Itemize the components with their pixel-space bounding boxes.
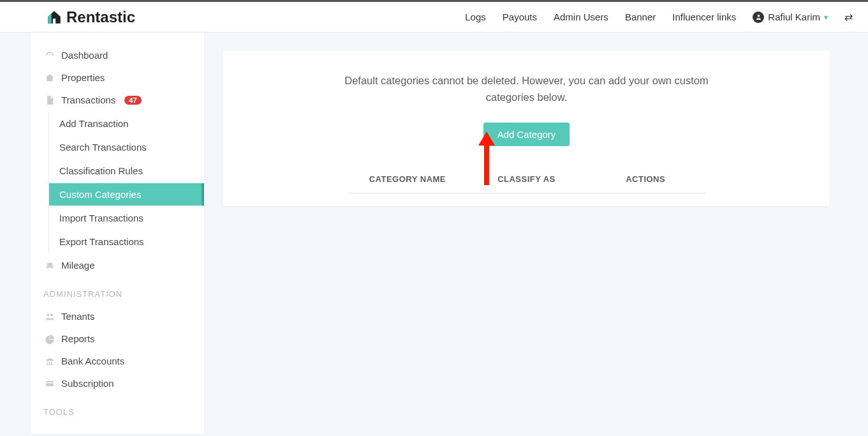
sidebar-item-properties[interactable]: Properties bbox=[31, 66, 204, 89]
top-bar: Rentastic Logs Payouts Admin Users Banne… bbox=[0, 2, 868, 33]
home-icon bbox=[45, 73, 55, 83]
sidebar-label: Tenants bbox=[61, 311, 95, 322]
sub-export-transactions[interactable]: Export Transactions bbox=[49, 230, 204, 253]
transactions-badge: 47 bbox=[124, 96, 141, 105]
file-icon bbox=[45, 95, 55, 105]
col-category-name: CATEGORY NAME bbox=[348, 174, 467, 184]
nav-payouts[interactable]: Payouts bbox=[503, 11, 537, 22]
col-classify-as: CLASSIFY AS bbox=[467, 174, 586, 184]
car-icon bbox=[45, 260, 55, 271]
brand-logo[interactable]: Rentastic bbox=[46, 8, 135, 26]
user-name: Rafiul Karim bbox=[768, 11, 820, 22]
bank-icon bbox=[45, 356, 55, 366]
brand-text: Rentastic bbox=[66, 8, 135, 26]
svg-point-2 bbox=[50, 313, 53, 316]
nav-admin-users[interactable]: Admin Users bbox=[554, 11, 608, 22]
users-icon bbox=[45, 312, 55, 322]
sidebar-item-subscription[interactable]: Subscription bbox=[31, 372, 204, 395]
sub-import-transactions[interactable]: Import Transactions bbox=[49, 207, 204, 229]
sidebar-item-dashboard[interactable]: Dashboard bbox=[31, 44, 204, 66]
sidebar-label: Reports bbox=[61, 333, 95, 344]
sidebar-item-bank-accounts[interactable]: Bank Accounts bbox=[31, 350, 204, 372]
svg-point-1 bbox=[47, 313, 49, 316]
pie-chart-icon bbox=[45, 334, 55, 344]
section-tools: TOOLS bbox=[31, 395, 204, 423]
sidebar-label: Transactions bbox=[61, 94, 115, 105]
sub-classification-rules[interactable]: Classification Rules bbox=[49, 160, 204, 182]
nav-logs[interactable]: Logs bbox=[465, 11, 486, 22]
sidebar-label: Properties bbox=[61, 72, 105, 83]
nav-influencer-links[interactable]: Influencer links bbox=[672, 11, 736, 22]
main-content: Default categories cannot be deleted. Ho… bbox=[204, 33, 868, 434]
user-menu[interactable]: Rafiul Karim ▾ bbox=[753, 11, 828, 23]
svg-rect-4 bbox=[46, 382, 54, 383]
card-icon bbox=[45, 379, 55, 389]
svg-point-0 bbox=[757, 15, 760, 17]
sidebar-item-mileage[interactable]: Mileage bbox=[31, 254, 204, 276]
categories-table-header: CATEGORY NAME CLASSIFY AS ACTIONS bbox=[348, 165, 705, 193]
add-category-button[interactable]: Add Category bbox=[483, 123, 570, 146]
sidebar-item-tenants[interactable]: Tenants bbox=[31, 305, 204, 327]
sidebar-item-reports[interactable]: Reports bbox=[31, 327, 204, 350]
house-icon bbox=[46, 9, 63, 26]
sub-search-transactions[interactable]: Search Transactions bbox=[49, 136, 204, 158]
sidebar-item-transactions[interactable]: Transactions 47 bbox=[31, 89, 204, 111]
sub-custom-categories[interactable]: Custom Categories bbox=[49, 183, 204, 206]
gauge-icon bbox=[45, 50, 55, 61]
chevron-down-icon: ▾ bbox=[824, 13, 828, 22]
nav-banner[interactable]: Banner bbox=[625, 11, 656, 22]
sidebar-label: Subscription bbox=[61, 378, 114, 389]
sidebar: Dashboard Properties Transactions 47 Add… bbox=[31, 33, 204, 434]
custom-categories-card: Default categories cannot be deleted. Ho… bbox=[223, 50, 830, 206]
sub-add-transaction[interactable]: Add Transaction bbox=[49, 112, 204, 135]
sidebar-label: Bank Accounts bbox=[61, 356, 124, 366]
transactions-submenu: Add Transaction Search Transactions Clas… bbox=[48, 112, 204, 253]
top-nav: Logs Payouts Admin Users Banner Influenc… bbox=[465, 11, 853, 23]
sync-icon[interactable]: ⇄ bbox=[844, 11, 853, 23]
col-actions: ACTIONS bbox=[586, 174, 705, 184]
sidebar-label: Mileage bbox=[61, 260, 95, 271]
sidebar-label: Dashboard bbox=[61, 50, 108, 61]
section-administration: ADMINISTRATION bbox=[31, 276, 204, 305]
info-text: Default categories cannot be deleted. Ho… bbox=[323, 72, 731, 106]
user-avatar-icon bbox=[753, 11, 764, 23]
svg-rect-3 bbox=[46, 381, 54, 386]
